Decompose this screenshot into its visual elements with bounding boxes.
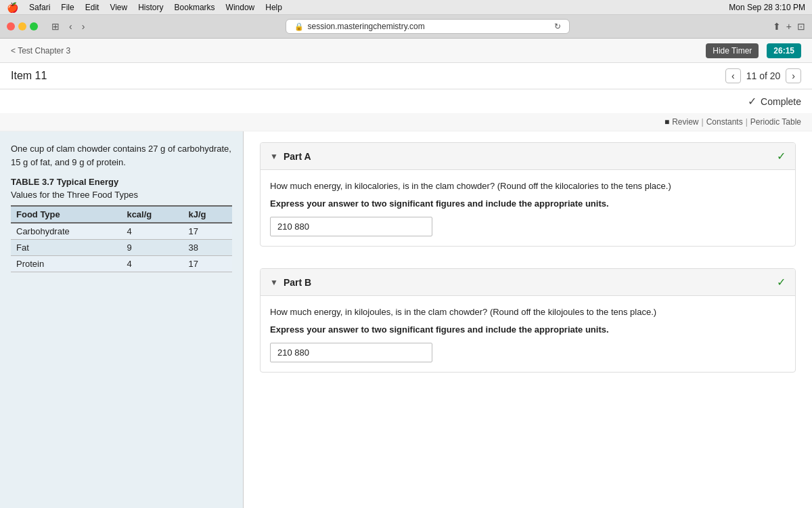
reload-icon[interactable]: ↻ — [554, 22, 561, 31]
menu-bookmarks[interactable]: Bookmarks — [175, 3, 215, 12]
col-header-food-type: Food Type — [11, 206, 121, 223]
item-total: 20 — [770, 70, 781, 81]
item-current: 11 — [746, 70, 757, 81]
problem-text: One cup of clam chowder contains 27 g of… — [11, 142, 232, 169]
checkmark-icon: ✓ — [748, 95, 757, 108]
menu-help[interactable]: Help — [265, 3, 282, 12]
back-link[interactable]: < Test Chapter 3 — [11, 46, 70, 56]
menubar: 🍎 Safari File Edit View History Bookmark… — [0, 0, 812, 15]
part-b-check-icon: ✓ — [777, 276, 786, 289]
table-cell: 4 — [121, 223, 183, 240]
part-a-section: ▼ Part A ✓ How much energy, in kilocalor… — [260, 142, 796, 247]
part-b-input-row — [270, 343, 786, 362]
address-bar-container: 🔒 session.masteringchemistry.com ↻ — [93, 19, 761, 34]
prev-item-button[interactable]: ‹ — [725, 68, 741, 83]
minimize-button[interactable] — [18, 22, 26, 30]
part-a-body: How much energy, in kilocalories, is in … — [261, 170, 795, 246]
zoom-button[interactable] — [30, 22, 38, 30]
traffic-lights — [7, 22, 38, 30]
part-b-answer-input[interactable] — [270, 343, 432, 362]
back-btn[interactable]: ‹ — [66, 21, 75, 32]
complete-row: ✓ Complete — [0, 89, 812, 113]
part-a-toggle-icon: ▼ — [270, 152, 278, 161]
right-panel: ▼ Part A ✓ How much energy, in kilocalor… — [244, 131, 812, 508]
constants-link[interactable]: Constants — [706, 117, 743, 127]
apple-menu[interactable]: 🍎 — [7, 2, 18, 13]
menu-edit[interactable]: Edit — [85, 3, 99, 12]
part-a-question: How much energy, in kilocalories, is in … — [270, 179, 786, 193]
table-cell: 9 — [121, 240, 183, 256]
review-bar: ■ Review | Constants | Periodic Table — [0, 113, 812, 131]
address-text: session.masteringchemistry.com — [308, 22, 425, 31]
part-b-body: How much energy, in kilojoules, is in th… — [261, 296, 795, 372]
sep1: | — [702, 117, 704, 127]
review-icon: ■ — [664, 117, 669, 127]
item-title: Item 11 — [11, 70, 47, 82]
periodic-table-link[interactable]: Periodic Table — [750, 117, 801, 127]
part-a-instruction: Express your answer to two significant f… — [270, 197, 786, 211]
part-b-question: How much energy, in kilojoules, is in th… — [270, 305, 786, 319]
review-link[interactable]: Review — [672, 117, 698, 127]
table-title: TABLE 3.7 Typical Energy — [11, 177, 232, 187]
part-b-header[interactable]: ▼ Part B ✓ — [261, 269, 795, 296]
address-bar[interactable]: 🔒 session.masteringchemistry.com ↻ — [286, 19, 570, 34]
sep2: | — [746, 117, 748, 127]
next-item-button[interactable]: › — [786, 68, 801, 83]
forward-btn[interactable]: › — [79, 21, 88, 32]
col-header-kcal: kcal/g — [121, 206, 183, 223]
menu-view[interactable]: View — [110, 3, 127, 12]
part-a-check-icon: ✓ — [777, 150, 786, 163]
part-a-label: Part A — [284, 151, 311, 162]
menu-file[interactable]: File — [61, 3, 74, 12]
part-a-header-left: ▼ Part A — [270, 151, 311, 162]
table-cell: Carbohydrate — [11, 223, 121, 240]
table-row: Fat938 — [11, 240, 232, 256]
part-b-section: ▼ Part B ✓ How much energy, in kilojoule… — [260, 268, 796, 373]
close-button[interactable] — [7, 22, 15, 30]
part-a-header[interactable]: ▼ Part A ✓ — [261, 143, 795, 170]
tab-controls: ⊞ ‹ › — [49, 21, 87, 32]
sidebar-toggle[interactable]: ⊞ — [49, 21, 62, 32]
share-btn[interactable]: ⬆ — [773, 21, 781, 32]
table-cell: 17 — [183, 256, 232, 272]
table-cell: Protein — [11, 256, 121, 272]
table-cell: Fat — [11, 240, 121, 256]
table-subtitle: Values for the Three Food Types — [11, 190, 232, 200]
part-b-header-left: ▼ Part B — [270, 277, 311, 288]
part-b-instruction: Express your answer to two significant f… — [270, 323, 786, 337]
new-tab-btn[interactable]: + — [786, 21, 792, 32]
table-row: Carbohydrate417 — [11, 223, 232, 240]
complete-text: Complete — [761, 96, 801, 107]
main-content: One cup of clam chowder contains 27 g of… — [0, 131, 812, 508]
hide-timer-button[interactable]: Hide Timer — [706, 43, 759, 58]
menu-window[interactable]: Window — [226, 3, 255, 12]
item-nav: ‹ 11 of 20 › — [725, 68, 801, 83]
table-row: Protein417 — [11, 256, 232, 272]
menu-history[interactable]: History — [138, 3, 163, 12]
table-cell: 17 — [183, 223, 232, 240]
menu-safari[interactable]: Safari — [29, 3, 50, 12]
item-separator: of — [759, 70, 770, 81]
col-header-kj: kJ/g — [183, 206, 232, 223]
system-clock: Mon Sep 28 3:10 PM — [729, 3, 805, 12]
table-cell: 38 — [183, 240, 232, 256]
lock-icon: 🔒 — [294, 22, 304, 31]
topbar-right: Hide Timer 26:15 — [706, 43, 801, 58]
left-panel: One cup of clam chowder contains 27 g of… — [0, 131, 244, 508]
browser-actions: ⬆ + ⊡ — [773, 21, 805, 32]
page-topbar: < Test Chapter 3 Hide Timer 26:15 — [0, 39, 812, 63]
item-header: Item 11 ‹ 11 of 20 › — [0, 63, 812, 89]
part-b-label: Part B — [284, 277, 311, 288]
part-a-answer-input[interactable] — [270, 217, 432, 236]
part-a-input-row — [270, 217, 786, 236]
table-cell: 4 — [121, 256, 183, 272]
sidebar-btn[interactable]: ⊡ — [797, 21, 805, 32]
item-count: 11 of 20 — [746, 70, 781, 81]
part-b-toggle-icon: ▼ — [270, 278, 278, 287]
timer-display: 26:15 — [767, 43, 801, 58]
browser-chrome: ⊞ ‹ › 🔒 session.masteringchemistry.com ↻… — [0, 15, 812, 39]
food-table: Food Type kcal/g kJ/g Carbohydrate417Fat… — [11, 205, 232, 272]
complete-label[interactable]: ✓ Complete — [748, 95, 801, 108]
